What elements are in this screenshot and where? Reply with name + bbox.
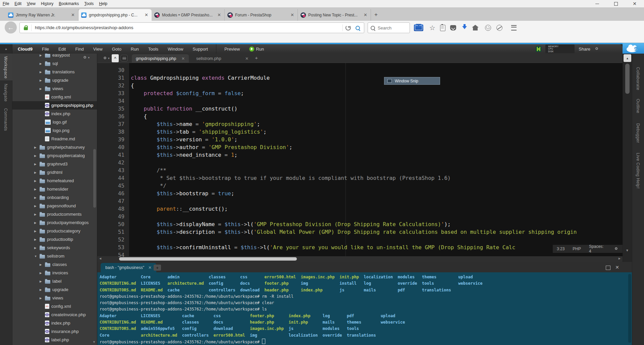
tree-item-index.php[interactable]: index.php [12,319,97,327]
tree-item-views[interactable]: ▶views [12,84,97,93]
tree-item-label[interactable]: ▶label [12,277,97,285]
minimize-button[interactable] [588,0,606,7]
tree-scroll-down-icon[interactable]: ▼ [93,340,96,344]
ide-menu-edit[interactable]: Edit [54,47,70,52]
preview-button[interactable]: Preview [220,47,245,52]
cursor-position[interactable]: 3:23 [557,247,565,251]
menu-help[interactable]: Help [96,1,110,6]
tree-item-config.xml[interactable]: config.xml [12,302,97,310]
tree-item-gmphelpchatsurvey[interactable]: ▶gmphelpchatsurvey [12,143,97,151]
search-icon[interactable] [356,26,360,30]
tree-item-insurance.php[interactable]: insurance.php [12,327,97,336]
menu-view[interactable]: View [24,1,38,6]
browser-tab-5[interactable]: Posting New Topic - Prest...✕ [298,9,371,21]
chevron-right-icon[interactable]: ▶ [40,280,43,283]
scroll-up-icon[interactable]: ▲ [624,54,631,62]
ide-menu-file[interactable]: File [37,47,54,52]
tree-item-views[interactable]: ▶views [12,294,97,302]
url-text[interactable]: https://ide.c9.io/gmpbusiness/prestashop… [31,24,340,31]
editor-vertical-scrollbar[interactable]: ▲ ▼ [623,54,632,262]
tab-close-icon[interactable]: ✕ [363,12,368,17]
url-bar[interactable]: https://ide.c9.io/gmpbusiness/prestashop… [19,22,364,33]
scroll-down-icon[interactable]: ▼ [626,249,629,252]
browser-tab-4[interactable]: Forum - PrestaShop✕ [225,9,298,21]
ide-menu-tools[interactable]: Tools [144,47,163,52]
terminal-tab-close-icon[interactable]: ✕ [148,265,152,270]
tree-item-label.php[interactable]: label.php [12,336,97,344]
ide-brand[interactable]: Cloud9 [18,47,33,52]
tree-scrollbar[interactable] [93,149,96,208]
tab-commands[interactable]: Commands [3,108,8,131]
window-snip-overlay[interactable]: Window Snip [384,77,440,85]
bookmark-star-icon[interactable]: ☆ [429,24,435,31]
ide-collapse-button[interactable]: ▲ [0,44,12,54]
chevron-right-icon[interactable]: ▶ [40,263,43,266]
tree-item-upgrade[interactable]: ▶upgrade [12,76,97,84]
editor-gear-icon[interactable]: ▾ [103,56,110,61]
chevron-right-icon[interactable]: ▶ [34,238,38,241]
chevron-right-icon[interactable]: ▶ [40,62,43,65]
chevron-right-icon[interactable]: ▶ [34,221,38,224]
hamburger-menu-icon[interactable] [511,24,517,31]
new-tab-button[interactable]: + [374,11,378,18]
tree-item-index.php[interactable]: index.php [12,110,97,118]
close-button[interactable]: ✕ [625,0,644,7]
syntax-mode[interactable]: PHP [573,247,581,251]
status-gear-icon[interactable] [614,246,619,252]
new-editor-tab-button[interactable]: + [255,55,258,61]
new-terminal-button[interactable]: + [154,265,161,271]
ide-menu-goto[interactable]: Goto [107,47,126,52]
tree-item-gridhtml[interactable]: ▶gridhtml [12,168,97,177]
tree-item-productscategory[interactable]: ▶productscategory [12,227,97,235]
tree-item-homefeatured[interactable]: ▶homefeatured [12,177,97,185]
chevron-right-icon[interactable]: ▶ [34,154,38,157]
chevron-right-icon[interactable]: ▶ [34,213,38,216]
tree-item-graphnvd3[interactable]: ▶graphnvd3 [12,160,97,168]
chevron-right-icon[interactable]: ▶ [34,171,38,174]
chevron-right-icon[interactable]: ▶ [40,79,43,82]
ide-menu-view[interactable]: View [89,47,107,52]
tree-item-producttooltip[interactable]: ▶producttooltip [12,235,97,244]
tree-item-createInvoice.php[interactable]: createInvoice.php [12,310,97,319]
tree-item-config.xml[interactable]: config.xml [12,93,97,101]
tree-item-logo.png[interactable]: logo.png [12,126,97,135]
tree-item-productcomments[interactable]: ▶productcomments [12,210,97,218]
share-button[interactable]: Share [579,47,590,52]
chevron-right-icon[interactable]: ▶ [34,188,38,191]
chevron-right-icon[interactable]: ▶ [34,179,38,183]
pocket-icon[interactable] [450,24,456,31]
chevron-right-icon[interactable]: ▶ [34,196,38,199]
browser-tab-3[interactable]: Modules • GMP Prestasho...✕ [152,9,225,21]
terminal-output[interactable]: Adapter Core admin classes css error500.… [97,272,632,345]
chevron-right-icon[interactable]: ▶ [34,162,38,166]
tree-item-invoices[interactable]: ▶invoices [12,269,97,277]
download-icon[interactable] [462,24,467,31]
tab-close-icon[interactable]: ✕ [217,12,222,17]
editor-tab-gmpdropshipping.php[interactable]: gmpdropshipping.php✕ [132,54,189,63]
tree-item-gmpdropshipping.php[interactable]: gmpdropshipping.php [12,101,97,110]
tab-navigate[interactable]: Navigate [3,84,8,101]
tab-close-icon[interactable]: ✕ [290,12,295,17]
back-button[interactable]: ← [5,21,17,33]
chevron-right-icon[interactable]: ▶ [34,204,38,208]
tree-settings-gear-icon[interactable]: ▾ [83,55,90,60]
terminal-close-icon[interactable]: ✕ [615,265,619,270]
tree-item-upgrade[interactable]: ▶upgrade [12,285,97,294]
tree-item-classes[interactable]: ▶classes [12,260,97,269]
tree-item-Readme.md[interactable]: Readme.md [12,135,97,143]
tab-close-icon[interactable]: ✕ [245,56,249,61]
code-area[interactable]: 3031class Gmpdropshipping extends Carrie… [97,63,623,256]
chevron-right-icon[interactable]: ▶ [40,54,43,57]
reload-icon[interactable] [345,25,351,30]
chevron-right-icon[interactable]: ▶ [34,146,38,149]
tab-live-coding-help[interactable]: Live Coding Help! [636,153,640,189]
tab-list-icon[interactable] [121,55,127,61]
tab-close-icon[interactable]: ✕ [144,12,149,17]
run-button[interactable]: Run [245,47,269,52]
maximize-button[interactable] [606,0,625,7]
tab-outline[interactable]: Outline [636,99,640,113]
ide-menu-find[interactable]: Find [70,47,88,52]
chevron-right-icon[interactable]: ▶ [40,288,43,291]
chevron-right-icon[interactable]: ▶ [40,296,43,300]
tree-item-pagesnotfound[interactable]: ▶pagesnotfound [12,202,97,210]
